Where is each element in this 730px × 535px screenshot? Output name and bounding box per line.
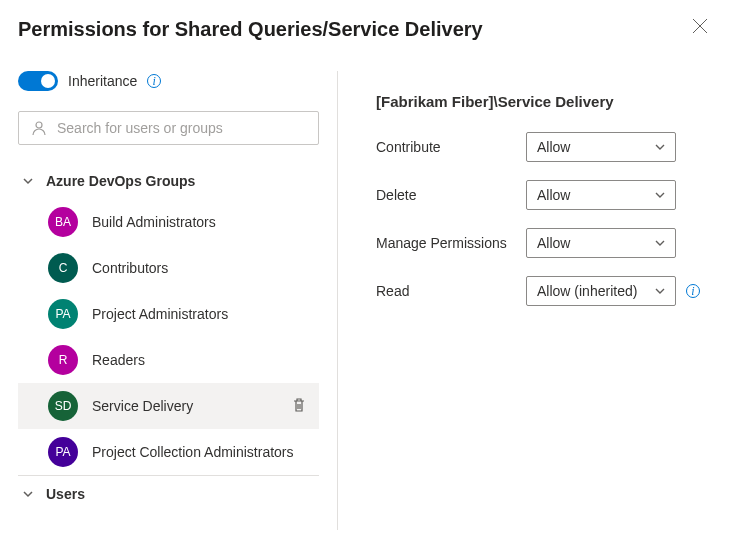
close-icon	[692, 18, 708, 34]
group-name: Service Delivery	[92, 398, 193, 414]
permission-row: DeleteAllow	[376, 180, 708, 210]
left-panel: Inheritance i Azure DevOps Groups BABuil…	[0, 71, 338, 530]
chevron-down-icon	[655, 235, 665, 251]
chevron-down-icon	[22, 175, 34, 187]
close-button[interactable]	[692, 18, 712, 38]
permission-label: Read	[376, 283, 516, 299]
permission-label: Contribute	[376, 139, 516, 155]
section-users-label: Users	[46, 486, 85, 502]
group-item[interactable]: PAProject Collection Administrators	[18, 429, 319, 475]
permission-row: ReadAllow (inherited)i	[376, 276, 708, 306]
svg-point-2	[36, 122, 42, 128]
search-box[interactable]	[18, 111, 319, 145]
group-name: Project Collection Administrators	[92, 444, 294, 460]
group-item[interactable]: RReaders	[18, 337, 319, 383]
permission-value: Allow	[537, 139, 570, 155]
avatar: BA	[48, 207, 78, 237]
avatar: PA	[48, 299, 78, 329]
group-name: Build Administrators	[92, 214, 216, 230]
permission-label: Manage Permissions	[376, 235, 516, 251]
group-item[interactable]: BABuild Administrators	[18, 199, 319, 245]
permission-label: Delete	[376, 187, 516, 203]
identity-path: [Fabrikam Fiber]\Service Delivery	[376, 93, 708, 110]
permission-row: ContributeAllow	[376, 132, 708, 162]
inheritance-label: Inheritance	[68, 73, 137, 89]
group-item[interactable]: PAProject Administrators	[18, 291, 319, 337]
group-name: Contributors	[92, 260, 168, 276]
permission-select[interactable]: Allow	[526, 228, 676, 258]
inheritance-toggle[interactable]	[18, 71, 58, 91]
permission-value: Allow (inherited)	[537, 283, 637, 299]
permission-select[interactable]: Allow	[526, 132, 676, 162]
chevron-down-icon	[655, 187, 665, 203]
avatar: R	[48, 345, 78, 375]
permission-row: Manage PermissionsAllow	[376, 228, 708, 258]
chevron-down-icon	[22, 488, 34, 500]
avatar: SD	[48, 391, 78, 421]
section-header-users[interactable]: Users	[18, 475, 319, 512]
avatar: PA	[48, 437, 78, 467]
group-name: Readers	[92, 352, 145, 368]
chevron-down-icon	[655, 283, 665, 299]
permission-value: Allow	[537, 187, 570, 203]
trash-icon[interactable]	[291, 397, 307, 416]
avatar: C	[48, 253, 78, 283]
group-item[interactable]: CContributors	[18, 245, 319, 291]
permission-select[interactable]: Allow (inherited)	[526, 276, 676, 306]
right-panel: [Fabrikam Fiber]\Service Delivery Contri…	[338, 71, 730, 530]
search-input[interactable]	[57, 120, 306, 136]
permission-value: Allow	[537, 235, 570, 251]
person-icon	[31, 120, 47, 136]
group-item[interactable]: SDService Delivery	[18, 383, 319, 429]
group-name: Project Administrators	[92, 306, 228, 322]
section-groups-label: Azure DevOps Groups	[46, 173, 195, 189]
chevron-down-icon	[655, 139, 665, 155]
info-icon[interactable]: i	[147, 74, 161, 88]
dialog-title: Permissions for Shared Queries/Service D…	[18, 18, 483, 41]
permissions-list: ContributeAllowDeleteAllowManage Permiss…	[376, 132, 708, 306]
section-header-groups[interactable]: Azure DevOps Groups	[18, 163, 319, 199]
info-icon[interactable]: i	[686, 284, 700, 298]
group-list: BABuild AdministratorsCContributorsPAPro…	[18, 199, 319, 475]
permission-select[interactable]: Allow	[526, 180, 676, 210]
